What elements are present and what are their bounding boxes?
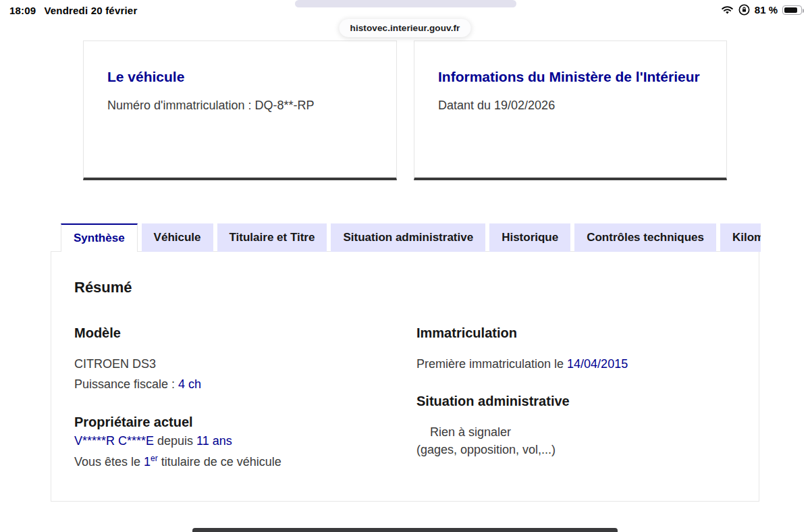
bottom-toolbar-blur (192, 528, 618, 532)
tab-kilometrage[interactable]: Kilométrage (720, 223, 761, 252)
summary-heading: Résumé (74, 278, 736, 297)
synthese-panel: Résumé Modèle CITROEN DS3 Puissance fisc… (51, 251, 759, 502)
address-bar-pill[interactable]: histovec.interieur.gouv.fr (340, 19, 471, 37)
owner-line: V*****R C****E depuis 11 ans (74, 432, 394, 450)
vehicle-card-body: Numéro d'immatriculation : DQ-8**-RP (107, 97, 373, 114)
wifi-icon (721, 5, 734, 15)
clock: 18:09 (9, 5, 36, 16)
first-registration-line: Première immatriculation le 14/04/2015 (416, 355, 736, 373)
url-text: histovec.interieur.gouv.fr (350, 23, 460, 33)
model-name: CITROEN DS3 (74, 355, 394, 373)
fiscal-power-value: 4 ch (178, 377, 201, 391)
summary-left-column: Modèle CITROEN DS3 Puissance fiscale : 4… (74, 324, 394, 471)
admin-status-note: (gages, opposition, vol,...) (416, 441, 736, 458)
holder-rank: 1er (144, 455, 158, 469)
vehicle-card: Le véhicule Numéro d'immatriculation : D… (83, 41, 397, 180)
ministry-card-body: Datant du 19/02/2026 (438, 97, 703, 114)
orientation-lock-icon (738, 4, 750, 16)
date-label: Vendredi 20 février (44, 5, 137, 16)
report-tab-bar: Synthèse Véhicule Titulaire et Titre Sit… (61, 223, 761, 252)
battery-icon (782, 5, 802, 15)
ministry-card-title: Informations du Ministère de l'Intérieur (438, 67, 703, 86)
admin-status-value: Rien à signaler (416, 423, 736, 441)
summary-right-column: Immatriculation Première immatriculation… (416, 324, 736, 471)
ministry-info-card: Informations du Ministère de l'Intérieur… (414, 41, 727, 180)
vehicle-card-title: Le véhicule (107, 67, 373, 86)
owner-heading: Propriétaire actuel (74, 413, 394, 431)
owner-duration: 11 ans (196, 434, 232, 448)
holder-line: Vous êtes le 1er titulaire de ce véhicul… (74, 450, 394, 471)
owner-masked-name: V*****R C****E (74, 434, 154, 448)
admin-status-heading: Situation administrative (416, 392, 736, 410)
tab-vehicule[interactable]: Véhicule (142, 223, 213, 252)
tab-synthese[interactable]: Synthèse (61, 223, 138, 252)
ipad-safari-screen: 18:09 Vendredi 20 février 81 % (0, 0, 810, 532)
tab-historique[interactable]: Historique (489, 223, 570, 252)
tab-titulaire-et-titre[interactable]: Titulaire et Titre (217, 223, 327, 252)
tab-controles-techniques[interactable]: Contrôles techniques (574, 223, 716, 252)
first-registration-date: 14/04/2015 (567, 357, 628, 371)
battery-percent-label: 81 % (755, 4, 778, 16)
fiscal-power-line: Puissance fiscale : 4 ch (74, 375, 394, 393)
tab-situation-administrative[interactable]: Situation administrative (331, 223, 485, 252)
registration-heading: Immatriculation (416, 324, 736, 342)
status-bar: 18:09 Vendredi 20 février 81 % (0, 0, 810, 20)
model-heading: Modèle (74, 324, 394, 342)
